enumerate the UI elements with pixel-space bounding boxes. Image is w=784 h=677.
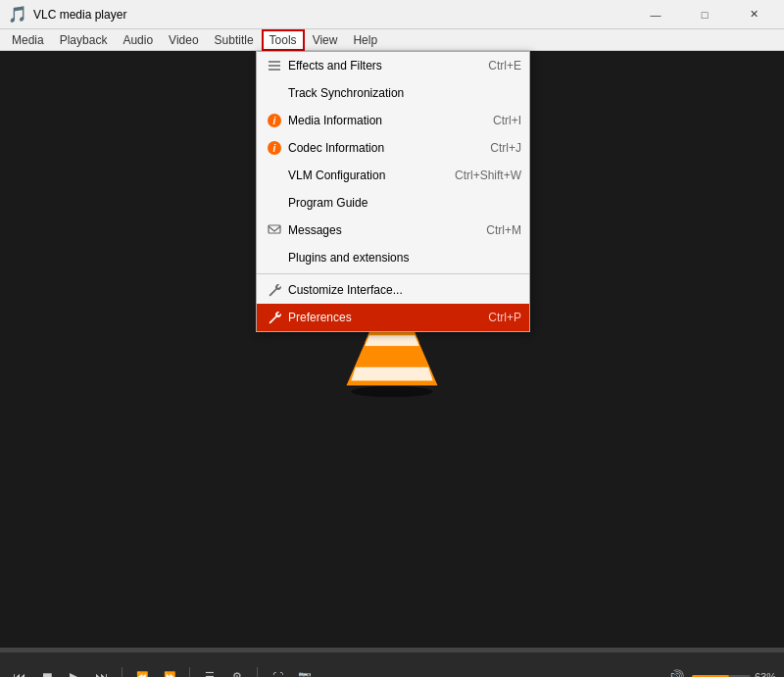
svg-rect-13 [269, 225, 280, 233]
titlebar: 🎵 VLC media player — □ ✕ [0, 0, 784, 29]
wrench-icon-prefs [265, 308, 284, 327]
separator-2 [189, 667, 190, 678]
no-icon-prog [265, 193, 284, 213]
menu-video[interactable]: Video [161, 29, 206, 51]
menu-tools[interactable]: Tools [262, 29, 305, 51]
mute-button[interactable]: 🔊 [664, 665, 688, 678]
menu-view[interactable]: View [305, 29, 346, 51]
codec-info-label: Codec Information [288, 141, 470, 155]
menu-playback[interactable]: Playback [52, 29, 116, 51]
play-button[interactable]: ▶ [63, 665, 86, 678]
progress-bar[interactable] [0, 648, 784, 652]
controls-bar: ⏮ ⏹ ▶ ⏭ ⏪ ⏩ ☰ ⚙ ⛶ 📷 🔊 63% [0, 652, 784, 677]
dropdown-separator [257, 273, 529, 274]
frame-prev-button[interactable]: ⏪ [130, 665, 154, 678]
menu-program-guide[interactable]: Program Guide [257, 189, 529, 217]
svg-marker-6 [347, 380, 438, 385]
menu-media-info[interactable]: i Media Information Ctrl+I [257, 107, 529, 134]
vlm-config-label: VLM Configuration [288, 169, 435, 182]
fullscreen-button[interactable]: ⛶ [266, 665, 289, 678]
svg-point-0 [351, 386, 433, 397]
menu-track-sync[interactable]: Track Synchronization [257, 79, 529, 107]
tools-dropdown: Effects and Filters Ctrl+E Track Synchro… [256, 51, 530, 332]
menu-help[interactable]: Help [345, 29, 385, 51]
titlebar-title: VLC media player [33, 8, 126, 22]
svg-marker-5 [363, 346, 420, 353]
menubar: Media Playback Audio Video Subtitle Tool… [0, 29, 784, 51]
skip-back-button[interactable]: ⏮ [8, 665, 31, 678]
skip-forward-button[interactable]: ⏭ [90, 665, 114, 678]
preferences-label: Preferences [288, 311, 468, 324]
program-guide-label: Program Guide [288, 196, 502, 210]
menu-vlm-config[interactable]: VLM Configuration Ctrl+Shift+W [257, 162, 529, 189]
no-icon-vlm [265, 166, 284, 185]
frame-next-button[interactable]: ⏩ [158, 665, 181, 678]
effects-filters-shortcut: Ctrl+E [488, 59, 521, 73]
media-info-label: Media Information [288, 114, 473, 127]
info-icon-codec: i [265, 138, 284, 158]
close-button[interactable]: ✕ [731, 0, 776, 29]
menu-audio[interactable]: Audio [115, 29, 161, 51]
separator-1 [122, 667, 122, 678]
menu-effects-filters[interactable]: Effects and Filters Ctrl+E [257, 52, 529, 79]
no-icon-plugins [265, 248, 284, 267]
codec-info-shortcut: Ctrl+J [490, 141, 521, 155]
message-icon [265, 220, 284, 240]
effects-filters-label: Effects and Filters [288, 59, 468, 73]
extended-button[interactable]: ⚙ [225, 665, 249, 678]
titlebar-controls: — □ ✕ [633, 0, 776, 29]
info-icon-media: i [265, 111, 284, 130]
menu-preferences[interactable]: Preferences Ctrl+P [257, 304, 529, 331]
messages-label: Messages [288, 223, 466, 237]
titlebar-icon: 🎵 [8, 5, 27, 24]
svg-marker-3 [365, 335, 419, 346]
main-content: Effects and Filters Ctrl+E Track Synchro… [0, 51, 784, 648]
wrench-icon-customize [265, 280, 284, 300]
menu-plugins[interactable]: Plugins and extensions [257, 244, 529, 271]
volume-label: 63% [755, 671, 776, 678]
messages-shortcut: Ctrl+M [486, 223, 521, 237]
maximize-button[interactable]: □ [682, 0, 727, 29]
preferences-shortcut: Ctrl+P [488, 311, 521, 324]
plugins-label: Plugins and extensions [288, 251, 502, 265]
vlm-config-shortcut: Ctrl+Shift+W [455, 169, 521, 182]
separator-3 [257, 667, 258, 678]
media-info-shortcut: Ctrl+I [493, 114, 521, 127]
track-sync-label: Track Synchronization [288, 86, 502, 100]
stop-button[interactable]: ⏹ [35, 665, 59, 678]
menu-customize[interactable]: Customize Interface... [257, 276, 529, 304]
menu-codec-info[interactable]: i Codec Information Ctrl+J [257, 134, 529, 162]
snap-button[interactable]: 📷 [293, 665, 317, 678]
minimize-button[interactable]: — [633, 0, 678, 29]
menu-subtitle[interactable]: Subtitle [207, 29, 262, 51]
menu-messages[interactable]: Messages Ctrl+M [257, 217, 529, 244]
lines-icon [265, 56, 284, 75]
customize-label: Customize Interface... [288, 283, 502, 297]
no-icon-track [265, 83, 284, 103]
volume-area: 🔊 63% [664, 665, 776, 678]
svg-marker-4 [351, 366, 433, 380]
playlist-button[interactable]: ☰ [198, 665, 221, 678]
menu-media[interactable]: Media [4, 29, 52, 51]
